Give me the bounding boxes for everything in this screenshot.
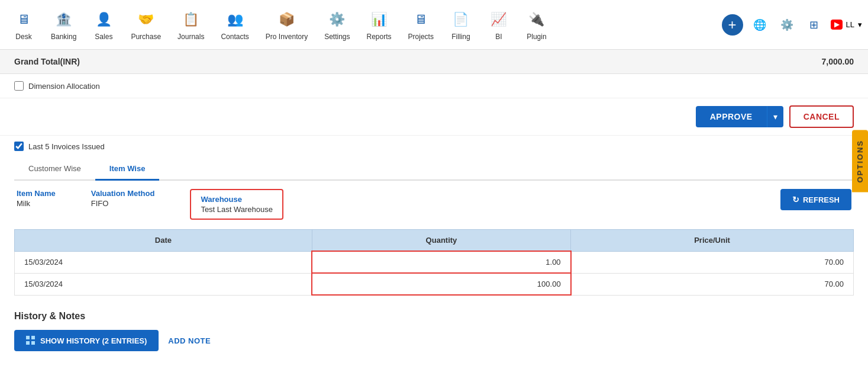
user-menu[interactable]: ▶ LL ▾	[831, 20, 862, 30]
nav-settings-label: Settings	[324, 33, 350, 41]
settings-gear-button[interactable]: ⚙️	[776, 14, 798, 36]
nav-banking-label: Banking	[51, 33, 76, 41]
language-button[interactable]: 🌐	[749, 14, 770, 36]
warehouse-col: Warehouse Test Last Warehouse	[190, 189, 283, 220]
invoices-table: Date Quantity Price/Unit 15/03/2024 1.00…	[14, 229, 854, 296]
dimension-allocation-checkbox[interactable]	[14, 81, 24, 91]
nav-projects-label: Projects	[408, 33, 434, 41]
nav-journals-label: Journals	[178, 33, 204, 41]
tab-customer-wise[interactable]: Customer Wise	[14, 158, 95, 181]
col-header-quantity: Quantity	[312, 230, 570, 252]
invoices-section: Last 5 Invoices Issued Customer Wise Ite…	[0, 136, 868, 301]
nav-projects[interactable]: 🖥 Projects	[401, 4, 441, 46]
nav-settings[interactable]: ⚙️ Settings	[317, 4, 357, 46]
history-actions: SHOW HISTORY (2 ENTRIES) ADD NOTE	[14, 330, 854, 351]
nav-sales[interactable]: 👤 Sales	[86, 4, 121, 46]
nav-desk[interactable]: 🖥 Desk	[6, 4, 41, 46]
col-header-date: Date	[15, 230, 312, 252]
plugin-icon: 🔌	[526, 9, 547, 30]
nav-pro-inventory-label: Pro Inventory	[266, 33, 308, 41]
nav-plugin-label: Plugin	[527, 33, 546, 41]
settings-icon: ⚙️	[327, 9, 348, 30]
user-label: LL	[846, 20, 854, 29]
show-history-button[interactable]: SHOW HISTORY (2 ENTRIES)	[14, 330, 159, 351]
nav-contacts-label: Contacts	[221, 33, 249, 41]
row2-price-unit: 70.00	[571, 273, 854, 295]
dimension-allocation-label: Dimension Allocation	[28, 82, 100, 91]
nav-contacts[interactable]: 👥 Contacts	[214, 4, 256, 46]
warehouse-title: Warehouse	[201, 195, 273, 204]
approve-dropdown-button[interactable]: ▾	[767, 106, 783, 127]
valuation-value: FIFO	[91, 199, 155, 208]
projects-icon: 🖥	[410, 9, 431, 30]
valuation-col: Valuation Method FIFO	[91, 189, 155, 208]
nav-banking[interactable]: 🏦 Banking	[44, 4, 83, 46]
nav-filling[interactable]: 📄 Filling	[443, 4, 479, 46]
grand-total-value: 7,000.00	[822, 57, 854, 66]
nav-desk-label: Desk	[15, 33, 31, 41]
table-row: 15/03/2024 1.00 70.00	[15, 251, 854, 273]
banking-icon: 🏦	[53, 9, 75, 30]
row1-price-unit: 70.00	[571, 251, 854, 273]
nav-plugin[interactable]: 🔌 Plugin	[519, 4, 554, 46]
tab-item-wise-label: Item Wise	[109, 164, 146, 173]
nav-bi[interactable]: 📈 BI	[481, 4, 517, 46]
row2-quantity: 100.00	[312, 273, 570, 295]
grid-icon	[26, 336, 36, 345]
main-content: Grand Total(INR) 7,000.00 Dimension Allo…	[0, 50, 868, 361]
cancel-button[interactable]: CANCEL	[789, 105, 854, 128]
item-name-value: Milk	[17, 199, 56, 208]
refresh-button[interactable]: ↻ REFRESH	[780, 189, 851, 210]
history-title: History & Notes	[14, 311, 854, 322]
row1-quantity: 1.00	[312, 251, 570, 273]
history-section: History & Notes SHOW HISTORY (2 ENTRIES)…	[0, 301, 868, 361]
action-buttons-row: APPROVE ▾ CANCEL	[0, 98, 868, 136]
nav-sales-label: Sales	[95, 33, 112, 41]
top-navigation: 🖥 Desk 🏦 Banking 👤 Sales 🤝 Purchase 📋 Jo…	[0, 0, 868, 50]
youtube-logo: ▶	[831, 20, 843, 30]
nav-actions: + 🌐 ⚙️ ⊞ ▶ LL ▾	[722, 14, 862, 36]
user-dropdown-chevron: ▾	[858, 20, 862, 29]
nav-purchase-label: Purchase	[131, 33, 161, 41]
tab-customer-wise-label: Customer Wise	[28, 164, 81, 173]
contacts-icon: 👥	[224, 9, 246, 30]
last-invoices-checkbox[interactable]	[14, 142, 24, 151]
show-history-label: SHOW HISTORY (2 ENTRIES)	[40, 336, 147, 345]
dimension-allocation-row: Dimension Allocation	[0, 74, 868, 98]
nav-reports-label: Reports	[367, 33, 392, 41]
refresh-label: REFRESH	[803, 195, 840, 204]
nav-pro-inventory[interactable]: 📦 Pro Inventory	[259, 4, 315, 46]
valuation-title: Valuation Method	[91, 189, 155, 198]
warehouse-value: Test Last Warehouse	[201, 205, 273, 214]
options-label: OPTIONS	[856, 140, 864, 183]
bi-icon: 📈	[488, 9, 509, 30]
nav-purchase[interactable]: 🤝 Purchase	[124, 4, 168, 46]
last-invoices-row: Last 5 Invoices Issued	[14, 142, 854, 151]
grid-apps-button[interactable]: ⊞	[804, 14, 825, 36]
add-new-button[interactable]: +	[722, 14, 743, 36]
item-name-col: Item Name Milk	[17, 189, 56, 208]
table-row: 15/03/2024 100.00 70.00	[15, 273, 854, 295]
nav-filling-label: Filling	[451, 33, 470, 41]
nav-journals[interactable]: 📋 Journals	[170, 4, 211, 46]
options-sidebar[interactable]: OPTIONS	[852, 130, 868, 192]
purchase-icon: 🤝	[135, 9, 157, 30]
grand-total-label: Grand Total(INR)	[14, 57, 80, 66]
sales-icon: 👤	[93, 9, 114, 30]
tab-item-wise[interactable]: Item Wise	[95, 158, 160, 181]
nav-reports[interactable]: 📊 Reports	[360, 4, 399, 46]
item-name-title: Item Name	[17, 189, 56, 198]
journals-icon: 📋	[180, 9, 202, 30]
item-info-row: Item Name Milk Valuation Method FIFO War…	[14, 189, 854, 220]
filling-icon: 📄	[450, 9, 472, 30]
approve-button[interactable]: APPROVE	[696, 106, 767, 127]
row1-date: 15/03/2024	[15, 251, 312, 273]
last-invoices-label: Last 5 Invoices Issued	[28, 142, 105, 151]
pro-inventory-icon: 📦	[276, 9, 297, 30]
reports-icon: 📊	[369, 9, 390, 30]
row2-date: 15/03/2024	[15, 273, 312, 295]
refresh-icon: ↻	[792, 195, 799, 204]
desk-icon: 🖥	[13, 9, 34, 30]
grand-total-bar: Grand Total(INR) 7,000.00	[0, 50, 868, 74]
add-note-button[interactable]: ADD NOTE	[168, 330, 211, 351]
